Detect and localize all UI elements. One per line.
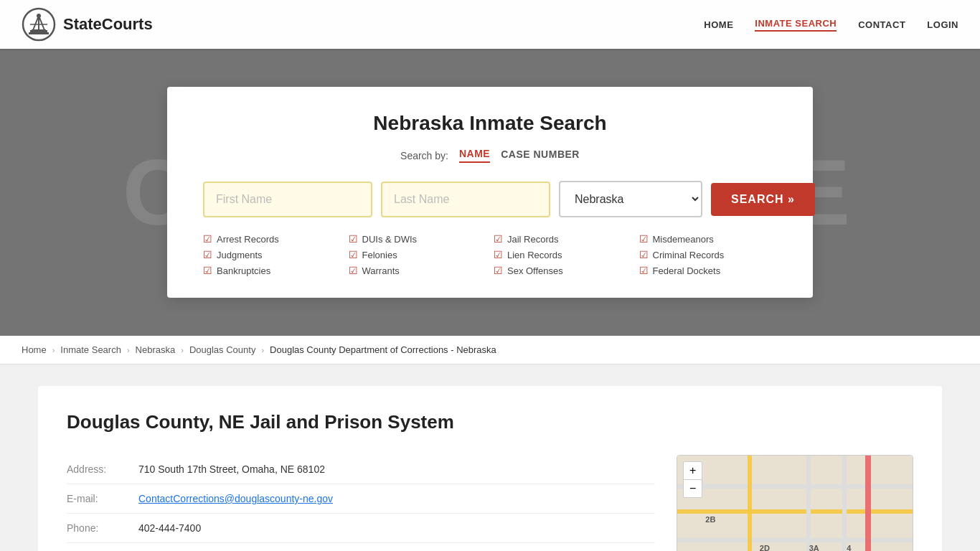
checkbox-misdemeanors: ☑ Misdemeanors: [639, 233, 778, 245]
check-icon: ☑: [349, 265, 358, 276]
nav-contact[interactable]: CONTACT: [858, 19, 905, 30]
phone-value: 402-444-7400: [138, 522, 201, 534]
checkbox-label: Arrest Records: [217, 234, 279, 245]
email-value[interactable]: ContactCorrections@douglascounty-ne.gov: [138, 493, 333, 504]
check-icon: ☑: [639, 233, 649, 245]
content-card: Douglas County, NE Jail and Prison Syste…: [38, 386, 942, 551]
checkbox-label: Jail Records: [507, 234, 559, 245]
check-icon: ☑: [203, 265, 212, 276]
checkbox-warrants: ☑ Warrants: [349, 265, 487, 276]
nav-inmate-search[interactable]: INMATE SEARCH: [755, 18, 837, 32]
svg-point-6: [37, 14, 41, 18]
tab-case-number[interactable]: CASE NUMBER: [501, 149, 580, 162]
first-name-input[interactable]: [203, 182, 372, 217]
checkbox-federal-dockets: ☑ Federal Dockets: [639, 265, 778, 276]
logo-area: StateCourts: [22, 7, 153, 42]
search-inputs-row: Nebraska Alabama Alaska Arizona Californ…: [203, 181, 777, 217]
checkbox-label: Warrants: [362, 265, 400, 276]
map-label-4: 4: [847, 544, 851, 551]
email-row: E-mail: ContactCorrections@douglascounty…: [67, 484, 655, 514]
map-label-2d: 2D: [760, 544, 770, 551]
nav-links: HOME INMATE SEARCH CONTACT LOGIN: [704, 18, 958, 32]
checkbox-label: Bankruptcies: [217, 265, 270, 276]
phone-label: Phone:: [67, 522, 124, 534]
checkbox-label: Judgments: [217, 250, 263, 260]
info-table: Address: 710 South 17th Street, Omaha, N…: [67, 455, 655, 551]
checkbox-judgments: ☑ Judgments: [203, 249, 341, 260]
header: StateCourts HOME INMATE SEARCH CONTACT L…: [0, 0, 980, 49]
checkbox-label: Lien Records: [507, 250, 562, 260]
content-area: Douglas County, NE Jail and Prison Syste…: [0, 364, 980, 551]
check-icon: ☑: [639, 249, 649, 260]
check-icon: ☑: [494, 249, 503, 260]
map-zoom-out[interactable]: −: [684, 480, 702, 497]
logo-text: StateCourts: [63, 15, 153, 34]
search-by-row: Search by: NAME CASE NUMBER: [203, 148, 777, 163]
breadcrumb-sep-3: ›: [181, 346, 184, 354]
breadcrumb-home[interactable]: Home: [22, 344, 47, 355]
state-select[interactable]: Nebraska Alabama Alaska Arizona Californ…: [559, 181, 702, 217]
address-label: Address:: [67, 463, 124, 475]
breadcrumb-douglas-county[interactable]: Douglas County: [189, 344, 256, 355]
check-icon: ☑: [639, 265, 649, 276]
checkbox-label: DUIs & DWIs: [362, 234, 418, 245]
breadcrumb-sep-2: ›: [127, 346, 130, 354]
fax-row: Fax: 402-444-6088: [67, 543, 655, 551]
map-container: 2B 2D 3A 4 Omaha + −: [677, 455, 913, 551]
check-icon: ☑: [494, 265, 503, 276]
map-label-3a: 3A: [809, 544, 819, 551]
check-icon: ☑: [349, 233, 358, 245]
content-title: Douglas County, NE Jail and Prison Syste…: [67, 411, 913, 433]
breadcrumb: Home › Inmate Search › Nebraska › Dougla…: [0, 336, 980, 364]
email-label: E-mail:: [67, 493, 124, 504]
address-row: Address: 710 South 17th Street, Omaha, N…: [67, 455, 655, 484]
checkbox-duis-dwis: ☑ DUIs & DWIs: [349, 233, 487, 245]
breadcrumb-inmate-search[interactable]: Inmate Search: [60, 344, 121, 355]
check-icon: ☑: [203, 233, 212, 245]
check-icon: ☑: [494, 233, 503, 245]
search-button[interactable]: SEARCH »: [711, 183, 815, 216]
breadcrumb-current: Douglas County Department of Corrections…: [270, 344, 496, 355]
search-card-title: Nebraska Inmate Search: [203, 112, 777, 135]
nav-home[interactable]: HOME: [704, 19, 733, 30]
breadcrumb-nebraska[interactable]: Nebraska: [136, 344, 176, 355]
phone-row: Phone: 402-444-7400: [67, 514, 655, 543]
hero-section: COURTHOUSE Nebraska Inmate Search Search…: [0, 49, 980, 336]
last-name-input[interactable]: [381, 182, 550, 217]
checkbox-felonies: ☑ Felonies: [349, 249, 487, 260]
svg-rect-2: [29, 32, 49, 34]
checkbox-bankruptcies: ☑ Bankruptcies: [203, 265, 341, 276]
nav-login[interactable]: LOGIN: [927, 19, 958, 30]
search-by-label: Search by:: [400, 150, 448, 161]
checkbox-criminal-records: ☑ Criminal Records: [639, 249, 778, 260]
search-card: Nebraska Inmate Search Search by: NAME C…: [167, 87, 813, 298]
checkbox-label: Criminal Records: [653, 250, 725, 260]
check-icon: ☑: [349, 249, 358, 260]
map-label-2b: 2B: [705, 515, 715, 524]
address-value: 710 South 17th Street, Omaha, NE 68102: [138, 463, 325, 475]
tab-name[interactable]: NAME: [459, 148, 490, 163]
logo-icon: [22, 7, 56, 42]
map-zoom-in[interactable]: +: [684, 462, 702, 480]
breadcrumb-sep-1: ›: [52, 346, 55, 354]
checkbox-jail-records: ☑ Jail Records: [494, 233, 632, 245]
map-zoom-controls: + −: [683, 461, 702, 498]
checkbox-label: Misdemeanors: [653, 234, 714, 245]
checkbox-arrest-records: ☑ Arrest Records: [203, 233, 341, 245]
checkbox-label: Sex Offenses: [507, 265, 563, 276]
checkbox-label: Federal Dockets: [653, 265, 721, 276]
map-placeholder: 2B 2D 3A 4 Omaha + −: [677, 456, 913, 551]
breadcrumb-sep-4: ›: [261, 346, 264, 354]
info-map-row: Address: 710 South 17th Street, Omaha, N…: [67, 455, 913, 551]
checkboxes-grid: ☑ Arrest Records ☑ DUIs & DWIs ☑ Jail Re…: [203, 233, 777, 276]
checkbox-sex-offenses: ☑ Sex Offenses: [494, 265, 632, 276]
check-icon: ☑: [203, 249, 212, 260]
checkbox-label: Felonies: [362, 250, 397, 260]
checkbox-lien-records: ☑ Lien Records: [494, 249, 632, 260]
